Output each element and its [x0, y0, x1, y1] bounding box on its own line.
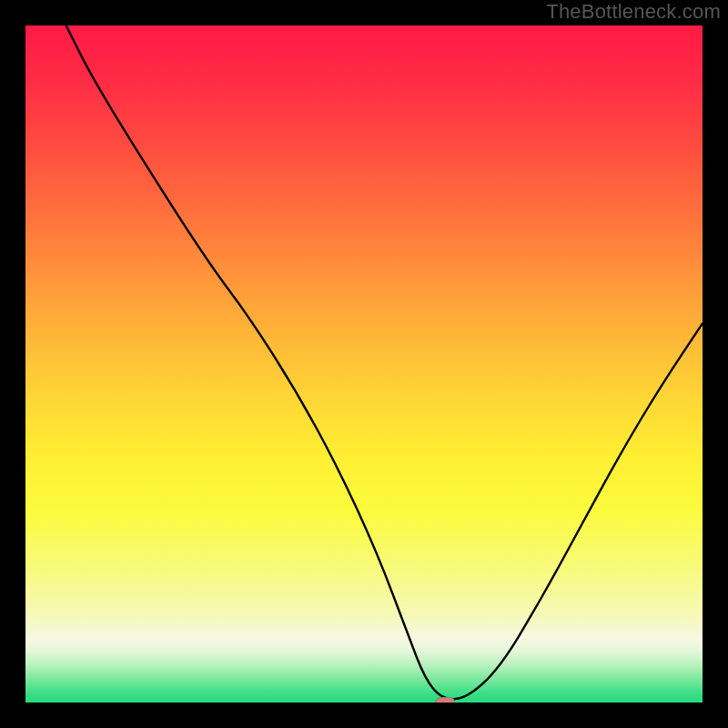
plot-svg: [25, 25, 703, 703]
plot-area: [25, 25, 703, 703]
watermark-text: TheBottleneck.com: [546, 0, 721, 24]
gradient-background: [25, 25, 703, 703]
optimal-point-marker: [435, 697, 455, 703]
chart-frame: TheBottleneck.com: [0, 0, 728, 728]
